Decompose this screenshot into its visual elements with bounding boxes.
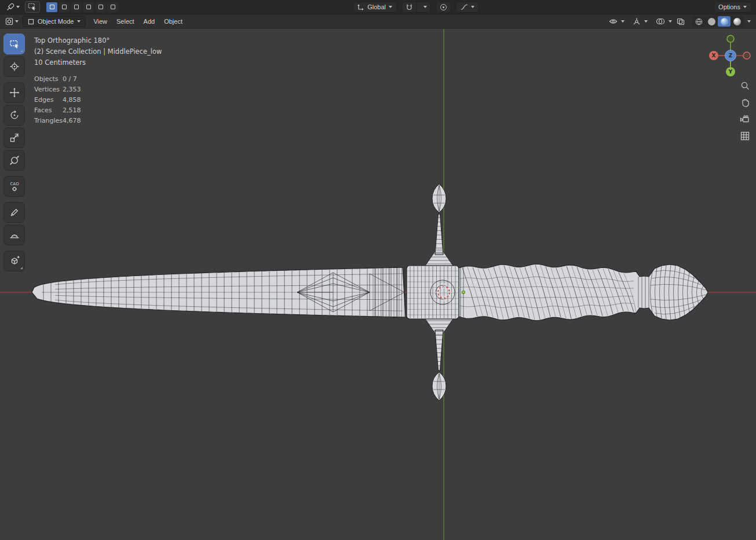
proportional-editing-toggle[interactable] bbox=[436, 2, 451, 13]
tool-cursor-button[interactable] bbox=[3, 56, 25, 77]
tool-select-box-button[interactable] bbox=[3, 34, 25, 54]
move-icon bbox=[9, 87, 20, 98]
editor-type-button[interactable] bbox=[4, 17, 20, 26]
material-sphere-icon bbox=[721, 18, 728, 25]
select-box-icon bbox=[9, 38, 20, 50]
show-gizmo-button[interactable] bbox=[631, 17, 642, 26]
stat-label: Vertices bbox=[34, 85, 63, 95]
stat-label: Objects bbox=[34, 74, 63, 85]
select-box-tool-icon bbox=[27, 2, 38, 12]
shading-solid-button[interactable] bbox=[705, 16, 718, 27]
overlays-dropdown[interactable] bbox=[667, 20, 673, 23]
tool-measure-button[interactable] bbox=[3, 225, 25, 245]
select-mode-extend-button[interactable] bbox=[59, 2, 70, 12]
viewport-3d[interactable]: CAD bbox=[0, 29, 756, 540]
gizmo-y-label: Y bbox=[728, 69, 733, 75]
snap-toggle-button[interactable] bbox=[402, 2, 417, 12]
overlays-group bbox=[655, 17, 673, 25]
chevron-down-icon bbox=[423, 6, 427, 8]
mode-difference-icon bbox=[111, 5, 115, 9]
tool-cad-sketcher-button[interactable]: CAD bbox=[3, 176, 25, 197]
chevron-down-icon bbox=[669, 20, 672, 23]
options-dropdown[interactable]: Options bbox=[714, 2, 751, 13]
select-mode-toggles bbox=[46, 2, 118, 12]
chevron-down-icon bbox=[747, 20, 751, 23]
viewport-nav-icons bbox=[739, 80, 751, 142]
proportional-falloff-dropdown[interactable] bbox=[456, 2, 479, 13]
xray-icon bbox=[677, 18, 685, 25]
options-label: Options bbox=[718, 3, 740, 10]
chevron-down-icon bbox=[644, 20, 648, 23]
solid-sphere-icon bbox=[708, 18, 715, 25]
transform-icon bbox=[9, 155, 20, 166]
toggle-grid-button[interactable] bbox=[739, 130, 751, 142]
menu-view[interactable]: View bbox=[89, 17, 112, 26]
snap-options-dropdown[interactable] bbox=[420, 2, 430, 12]
gizmo-dropdown[interactable] bbox=[643, 20, 649, 23]
tool-transform-button[interactable] bbox=[3, 150, 25, 171]
overlays-icon bbox=[656, 18, 665, 25]
navigation-gizmo[interactable]: X Y Z bbox=[706, 31, 755, 80]
add-cube-icon bbox=[9, 255, 20, 267]
camera-icon bbox=[740, 115, 750, 124]
topbar-center: Global bbox=[353, 2, 479, 13]
proportional-editing-icon bbox=[440, 4, 447, 10]
stat-value: 2,353 bbox=[63, 85, 81, 95]
camera-view-button[interactable] bbox=[739, 113, 751, 125]
select-mode-difference-button[interactable] bbox=[107, 2, 118, 12]
select-mode-intersect-button[interactable] bbox=[95, 2, 106, 12]
gizmo-axis-y-neg-ball[interactable] bbox=[727, 35, 734, 42]
chevron-down-icon bbox=[471, 6, 474, 8]
tool-scale-button[interactable] bbox=[3, 127, 25, 148]
shading-rendered-button[interactable] bbox=[731, 16, 743, 27]
gizmo-axis-x-neg-ball[interactable] bbox=[743, 52, 750, 59]
chevron-down-icon bbox=[16, 6, 20, 8]
tool-annotate-button[interactable] bbox=[3, 202, 25, 223]
shading-material-button[interactable] bbox=[718, 16, 731, 27]
tool-rotate-button[interactable] bbox=[3, 105, 25, 126]
tool-move-button[interactable] bbox=[3, 82, 25, 103]
toggle-xray-button[interactable] bbox=[675, 17, 686, 26]
editor-type-dropdown[interactable] bbox=[5, 2, 21, 12]
gizmo-z-label: Z bbox=[729, 53, 733, 58]
mode-dropdown[interactable]: Object Mode bbox=[23, 16, 86, 27]
viewport-header-right bbox=[604, 16, 752, 27]
viewport-canvas[interactable] bbox=[0, 29, 756, 540]
chevron-down-icon bbox=[15, 20, 19, 23]
topbar-left bbox=[5, 1, 118, 13]
grid-icon bbox=[740, 131, 750, 141]
active-tool-button[interactable] bbox=[25, 1, 40, 13]
transform-orientation-dropdown[interactable]: Global bbox=[353, 2, 397, 13]
magnifier-icon bbox=[740, 81, 750, 91]
cad-label: CAD bbox=[10, 182, 19, 186]
select-mode-invert-button[interactable] bbox=[83, 2, 94, 12]
tool-settings-icon bbox=[6, 3, 14, 12]
show-overlays-button[interactable] bbox=[655, 17, 666, 25]
topbar-right: Options bbox=[714, 2, 751, 13]
magnet-icon bbox=[406, 3, 413, 11]
gizmo-x-label: X bbox=[712, 53, 716, 58]
object-mode-icon bbox=[28, 19, 34, 25]
menu-add[interactable]: Add bbox=[139, 17, 160, 26]
zoom-view-button[interactable] bbox=[739, 80, 751, 91]
menu-select[interactable]: Select bbox=[112, 17, 139, 26]
object-type-visibility-button[interactable] bbox=[608, 17, 619, 25]
tool-add-cube-button[interactable] bbox=[3, 251, 25, 271]
pan-view-button[interactable] bbox=[739, 97, 751, 108]
tool-group-indicator bbox=[20, 267, 23, 269]
chevron-down-icon bbox=[77, 20, 81, 23]
object-visibility-group bbox=[608, 17, 626, 25]
menu-object[interactable]: Object bbox=[159, 17, 187, 26]
shading-wireframe-button[interactable] bbox=[692, 16, 705, 27]
select-mode-new-button[interactable] bbox=[46, 2, 57, 12]
shading-dropdown[interactable] bbox=[746, 20, 752, 23]
dagger-wireframe-mesh[interactable] bbox=[32, 184, 708, 401]
select-mode-subtract-button[interactable] bbox=[71, 2, 82, 12]
mode-intersect-icon bbox=[98, 5, 103, 9]
object-type-visibility-dropdown[interactable] bbox=[620, 20, 626, 23]
stat-label: Triangles bbox=[34, 116, 63, 126]
scene-statistics: Objects0 / 7 Vertices2,353 Edges4,858 Fa… bbox=[34, 74, 81, 126]
tool-column: CAD bbox=[3, 34, 25, 271]
visibility-eye-icon bbox=[609, 18, 618, 25]
mode-label: Object Mode bbox=[38, 18, 74, 25]
